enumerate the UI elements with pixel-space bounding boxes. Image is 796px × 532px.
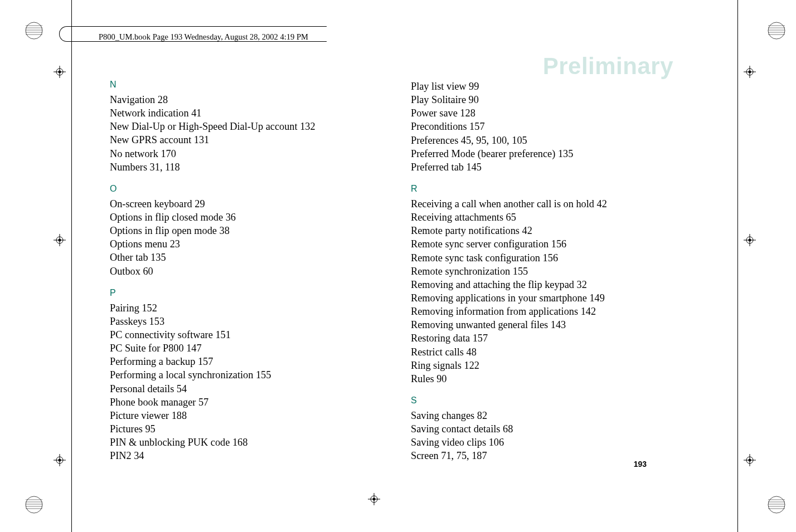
index-entry-pages: 36 bbox=[226, 212, 236, 223]
index-entry: Picture viewer 188 bbox=[110, 409, 365, 422]
index-entry-pages: 128 bbox=[460, 108, 475, 119]
index-entry: Remote sync task configuration 156 bbox=[411, 251, 666, 265]
index-entry-text: PIN & unblocking PUK code bbox=[110, 437, 232, 448]
crosshair-icon bbox=[744, 234, 756, 246]
crosshair-icon bbox=[744, 66, 756, 78]
index-entry: Remote sync server configuration 156 bbox=[411, 237, 666, 251]
index-entry: Receiving attachments 65 bbox=[411, 211, 666, 224]
index-entry: Preconditions 157 bbox=[411, 120, 666, 133]
index-entry-pages: 42 bbox=[522, 225, 532, 236]
index-entry-text: Remote party notifications bbox=[411, 225, 522, 236]
index-entry: Remote party notifications 42 bbox=[411, 224, 666, 237]
svg-point-31 bbox=[749, 71, 751, 74]
index-entry-pages: 34 bbox=[134, 450, 144, 461]
index-entry-pages: 32 bbox=[577, 279, 587, 290]
index-entry: Saving video clips 106 bbox=[411, 436, 666, 449]
index-entry: Restrict calls 48 bbox=[411, 345, 666, 359]
index-entry-text: Restoring data bbox=[411, 333, 473, 344]
index-entry: Pictures 95 bbox=[110, 422, 365, 436]
index-entry-text: Saving contact details bbox=[411, 423, 503, 435]
index-entry-pages: 42 bbox=[597, 198, 607, 209]
svg-point-35 bbox=[59, 239, 61, 242]
index-entry: PIN & unblocking PUK code 168 bbox=[110, 436, 365, 449]
index-entry-pages: 151 bbox=[215, 329, 230, 340]
index-entry: Personal details 54 bbox=[110, 382, 365, 396]
index-entry-pages: 156 bbox=[551, 238, 566, 250]
index-entry-pages: 90 bbox=[469, 94, 479, 105]
index-entry: Saving contact details 68 bbox=[411, 422, 666, 436]
guide-line-vertical-right bbox=[737, 0, 738, 532]
index-entry-pages: 145 bbox=[466, 162, 481, 173]
index-entry-pages: 135 bbox=[151, 252, 166, 263]
index-entry: Passkeys 153 bbox=[110, 315, 365, 328]
index-entry: Play Solitaire 90 bbox=[411, 93, 666, 106]
index-entry-pages: 132 bbox=[300, 121, 315, 132]
index-entry-pages: 156 bbox=[543, 252, 558, 263]
index-section-letter: N bbox=[110, 80, 365, 90]
index-entry-text: Pictures bbox=[110, 423, 145, 435]
index-entry: Options in flip closed mode 36 bbox=[110, 211, 365, 224]
index-entry-text: Remote sync server configuration bbox=[411, 238, 551, 250]
index-entry-text: Removing applications in your smartphone bbox=[411, 292, 589, 304]
index-entry-pages: 41 bbox=[191, 108, 201, 119]
index-entry: Saving changes 82 bbox=[411, 409, 666, 422]
index-entry: Receiving a call when another call is on… bbox=[411, 197, 666, 211]
index-entry-text: Ring signals bbox=[411, 360, 464, 371]
index-entry-pages: 82 bbox=[477, 410, 487, 421]
index-section-letter: P bbox=[110, 288, 365, 298]
index-entry-pages: 28 bbox=[158, 94, 168, 105]
index-entry-text: Remote synchronization bbox=[411, 266, 513, 277]
index-entry-text: Network indication bbox=[110, 108, 191, 119]
index-entry: PIN2 34 bbox=[110, 449, 365, 462]
index-entry-pages: 152 bbox=[142, 302, 157, 314]
index-entry-pages: 45, 95, 100, 105 bbox=[461, 135, 527, 146]
register-mark-icon bbox=[25, 495, 43, 514]
index-entry-pages: 68 bbox=[503, 423, 513, 435]
page-number: 193 bbox=[634, 460, 647, 468]
index-entry-text: Outbox bbox=[110, 266, 143, 277]
crosshair-icon bbox=[368, 493, 380, 505]
index-entry-pages: 170 bbox=[161, 148, 176, 159]
index-entry-pages: 60 bbox=[143, 266, 153, 277]
index-entry-text: Preferences bbox=[411, 135, 461, 146]
index-entry-text: On-screen keyboard bbox=[110, 198, 195, 209]
svg-point-0 bbox=[26, 22, 42, 39]
index-entry: Pairing 152 bbox=[110, 301, 365, 315]
index-entry-pages: 157 bbox=[198, 356, 213, 367]
index-column-left: NNavigation 28Network indication 41New D… bbox=[110, 64, 365, 463]
index-entry-text: Other tab bbox=[110, 252, 151, 263]
index-entry-pages: 143 bbox=[551, 319, 566, 330]
crosshair-icon bbox=[744, 454, 756, 466]
index-entry: Numbers 31, 118 bbox=[110, 160, 365, 174]
index-entry-pages: 29 bbox=[195, 198, 205, 209]
svg-point-27 bbox=[59, 71, 61, 74]
index-entry-text: Removing unwanted general files bbox=[411, 319, 551, 330]
index-entry: Other tab 135 bbox=[110, 251, 365, 264]
index-entry: Play list view 99 bbox=[411, 80, 666, 93]
index-entry-text: Preconditions bbox=[411, 121, 469, 132]
index-section-letter: R bbox=[411, 184, 666, 194]
index-entry-pages: 65 bbox=[506, 212, 516, 223]
index-entry: Screen 71, 75, 187 bbox=[411, 449, 666, 462]
index-entry-text: Performing a backup bbox=[110, 356, 198, 367]
index-column-right: Play list view 99Play Solitaire 90Power … bbox=[411, 64, 666, 463]
index-entry-text: Options menu bbox=[110, 238, 170, 250]
index-entry-pages: 122 bbox=[464, 360, 479, 371]
crosshair-icon bbox=[54, 454, 66, 466]
crosshair-icon bbox=[54, 234, 66, 246]
index-entry-text: PC connectivity software bbox=[110, 329, 215, 340]
index-entry: Phone book manager 57 bbox=[110, 396, 365, 409]
index-entry-text: Rules bbox=[411, 373, 436, 384]
index-entry-pages: 155 bbox=[256, 369, 271, 380]
index-entry-text: Personal details bbox=[110, 383, 177, 394]
index-entry-pages: 31, 118 bbox=[150, 162, 180, 173]
index-entry-text: Saving changes bbox=[411, 410, 477, 421]
index-entry: On-screen keyboard 29 bbox=[110, 197, 365, 211]
index-entry: Remote synchronization 155 bbox=[411, 265, 666, 278]
index-entry: Performing a backup 157 bbox=[110, 355, 365, 368]
index-entry-text: Picture viewer bbox=[110, 410, 172, 421]
index-section-letter: O bbox=[110, 184, 365, 194]
index-entry-text: Preferred tab bbox=[411, 162, 466, 173]
index-entry-pages: 95 bbox=[145, 423, 155, 435]
index-entry: New GPRS account 131 bbox=[110, 133, 365, 147]
